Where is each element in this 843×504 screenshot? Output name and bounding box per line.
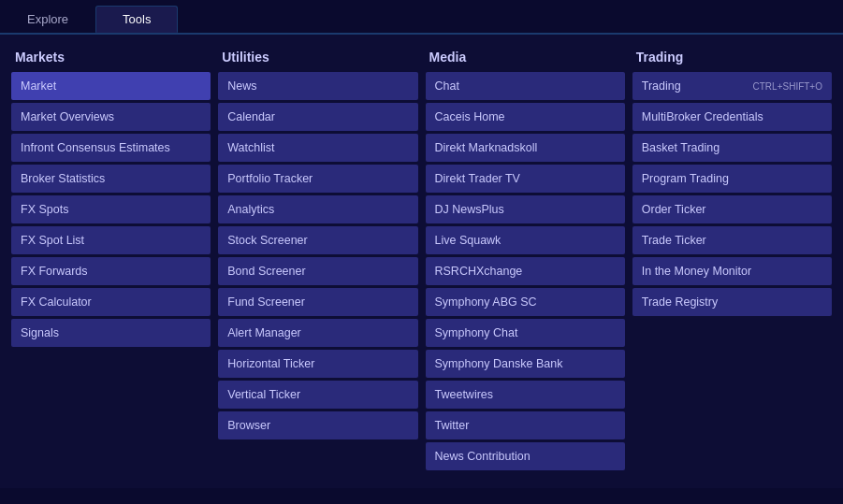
tab-bar: ExploreTools — [0, 0, 843, 35]
shortcut-trading: CTRL+SHIFT+O — [753, 81, 822, 92]
menu-item-label-basket-trading: Basket Trading — [642, 141, 719, 154]
menu-item-browser[interactable]: Browser — [218, 411, 417, 439]
menu-item-label-horizontal-ticker: Horizontal Ticker — [227, 357, 314, 370]
tab-tools[interactable]: Tools — [95, 6, 178, 33]
menu-item-label-order-ticker: Order Ticker — [642, 203, 706, 216]
menu-item-label-fx-calculator: FX Calculator — [21, 295, 92, 309]
menu-item-market[interactable]: Market — [11, 72, 211, 100]
column-markets: MarketsMarketMarket OverviewsInfront Con… — [11, 50, 211, 473]
menu-item-direkt-marknadskoll[interactable]: Direkt Marknadskoll — [426, 134, 625, 162]
menu-item-symphony-danske-bank[interactable]: Symphony Danske Bank — [426, 350, 625, 378]
menu-item-label-fx-forwards: FX Forwards — [21, 265, 88, 278]
menu-item-horizontal-ticker[interactable]: Horizontal Ticker — [218, 350, 417, 378]
menu-item-rsrchxchange[interactable]: RSRCHXchange — [426, 257, 625, 285]
menu-item-label-alert-manager: Alert Manager — [227, 326, 301, 339]
menu-item-label-infront-consensus-estimates: Infront Consensus Estimates — [21, 141, 170, 154]
tab-explore[interactable]: Explore — [0, 6, 95, 33]
menu-item-symphony-abg-sc[interactable]: Symphony ABG SC — [426, 288, 625, 316]
column-header-markets: Markets — [11, 50, 211, 65]
menu-item-label-stock-screener: Stock Screener — [227, 234, 307, 247]
menu-item-tweetwires[interactable]: Tweetwires — [426, 381, 625, 409]
column-media: MediaChatCaceis HomeDirekt MarknadskollD… — [426, 50, 625, 473]
menu-item-label-rsrchxchange: RSRCHXchange — [435, 265, 523, 278]
menu-item-vertical-ticker[interactable]: Vertical Ticker — [218, 381, 417, 409]
menu-item-label-broker-statistics: Broker Statistics — [21, 172, 105, 185]
menu-item-fx-spots[interactable]: FX Spots — [11, 195, 211, 223]
menu-item-label-trade-ticker: Trade Ticker — [642, 234, 706, 247]
menu-item-stock-screener[interactable]: Stock Screener — [218, 226, 417, 254]
menu-item-in-the-money-monitor[interactable]: In the Money Monitor — [632, 257, 832, 285]
menu-item-label-fx-spots: FX Spots — [21, 203, 68, 216]
menu-item-fx-spot-list[interactable]: FX Spot List — [11, 226, 211, 254]
menu-item-label-caceis-home: Caceis Home — [435, 110, 505, 123]
menu-item-trading[interactable]: TradingCTRL+SHIFT+O — [632, 72, 832, 100]
menu-item-label-chat: Chat — [435, 79, 459, 93]
column-utilities: UtilitiesNewsCalendarWatchlistPortfolio … — [218, 50, 417, 473]
menu-item-analytics[interactable]: Analytics — [218, 195, 417, 223]
menu-item-twitter[interactable]: Twitter — [426, 411, 625, 439]
menu-item-watchlist[interactable]: Watchlist — [218, 134, 417, 162]
menu-item-label-market: Market — [21, 79, 56, 93]
menu-item-trade-registry[interactable]: Trade Registry — [632, 288, 832, 316]
menu-item-bond-screener[interactable]: Bond Screener — [218, 257, 417, 285]
menu-item-label-browser: Browser — [227, 419, 270, 432]
menu-item-label-symphony-danske-bank: Symphony Danske Bank — [435, 357, 563, 370]
menu-item-label-program-trading: Program Trading — [642, 172, 729, 185]
column-header-media: Media — [426, 50, 625, 65]
column-trading: TradingTradingCTRL+SHIFT+OMultiBroker Cr… — [632, 50, 832, 473]
menu-item-symphony-chat[interactable]: Symphony Chat — [426, 319, 625, 347]
menu-item-multibroker-credentials[interactable]: MultiBroker Credentials — [632, 103, 832, 131]
menu-item-fx-calculator[interactable]: FX Calculator — [11, 288, 211, 316]
menu-item-live-squawk[interactable]: Live Squawk — [426, 226, 625, 254]
menu-item-label-watchlist: Watchlist — [227, 141, 274, 154]
menu-item-market-overviews[interactable]: Market Overviews — [11, 103, 211, 131]
menu-item-label-in-the-money-monitor: In the Money Monitor — [642, 265, 751, 278]
menu-item-trade-ticker[interactable]: Trade Ticker — [632, 226, 832, 254]
menu-item-label-symphony-abg-sc: Symphony ABG SC — [435, 295, 537, 309]
menu-item-portfolio-tracker[interactable]: Portfolio Tracker — [218, 165, 417, 193]
menu-item-label-tweetwires: Tweetwires — [435, 388, 494, 401]
menu-item-dj-newsplus[interactable]: DJ NewsPlus — [426, 195, 625, 223]
menu-item-order-ticker[interactable]: Order Ticker — [632, 195, 832, 223]
menu-item-label-news: News — [227, 79, 256, 93]
menu-item-label-analytics: Analytics — [227, 203, 274, 216]
menu-item-label-trade-registry: Trade Registry — [642, 295, 719, 309]
menu-item-label-twitter: Twitter — [435, 419, 470, 432]
column-header-utilities: Utilities — [218, 50, 417, 65]
content-area: MarketsMarketMarket OverviewsInfront Con… — [0, 35, 843, 488]
menu-item-news[interactable]: News — [218, 72, 417, 100]
menu-item-program-trading[interactable]: Program Trading — [632, 165, 832, 193]
menu-item-label-trading: Trading — [642, 79, 681, 93]
menu-item-label-direkt-marknadskoll: Direkt Marknadskoll — [435, 141, 538, 154]
menu-item-signals[interactable]: Signals — [11, 319, 211, 347]
menu-item-label-multibroker-credentials: MultiBroker Credentials — [642, 110, 763, 123]
menu-item-chat[interactable]: Chat — [426, 72, 625, 100]
menu-item-label-direkt-trader-tv: Direkt Trader TV — [435, 172, 520, 185]
menu-item-label-news-contribution: News Contribution — [435, 450, 531, 463]
menu-item-label-fund-screener: Fund Screener — [227, 295, 305, 309]
menu-item-label-calendar: Calendar — [227, 110, 275, 123]
menu-item-broker-statistics[interactable]: Broker Statistics — [11, 165, 211, 193]
menu-item-label-market-overviews: Market Overviews — [21, 110, 114, 123]
menu-item-basket-trading[interactable]: Basket Trading — [632, 134, 832, 162]
menu-item-label-signals: Signals — [21, 326, 59, 339]
menu-item-label-live-squawk: Live Squawk — [435, 234, 501, 247]
menu-item-label-portfolio-tracker: Portfolio Tracker — [227, 172, 312, 185]
menu-item-label-bond-screener: Bond Screener — [227, 265, 305, 278]
column-header-trading: Trading — [632, 50, 832, 65]
menu-item-label-symphony-chat: Symphony Chat — [435, 326, 518, 339]
menu-item-label-fx-spot-list: FX Spot List — [21, 234, 84, 247]
menu-item-calendar[interactable]: Calendar — [218, 103, 417, 131]
menu-item-news-contribution[interactable]: News Contribution — [426, 442, 625, 470]
menu-item-caceis-home[interactable]: Caceis Home — [426, 103, 625, 131]
menu-item-fx-forwards[interactable]: FX Forwards — [11, 257, 211, 285]
menu-item-infront-consensus-estimates[interactable]: Infront Consensus Estimates — [11, 134, 211, 162]
menu-item-label-vertical-ticker: Vertical Ticker — [227, 388, 300, 401]
menu-item-label-dj-newsplus: DJ NewsPlus — [435, 203, 504, 216]
menu-item-direkt-trader-tv[interactable]: Direkt Trader TV — [426, 165, 625, 193]
menu-item-alert-manager[interactable]: Alert Manager — [218, 319, 417, 347]
menu-item-fund-screener[interactable]: Fund Screener — [218, 288, 417, 316]
